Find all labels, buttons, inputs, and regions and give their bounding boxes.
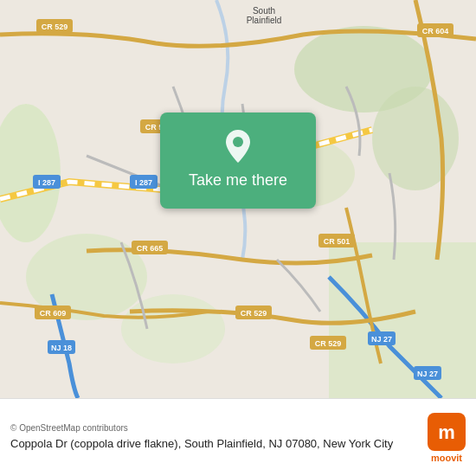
svg-text:CR 529: CR 529: [315, 339, 342, 348]
svg-point-2: [372, 87, 459, 190]
info-bar: © OpenStreetMap contributors Coppola Dr …: [0, 398, 476, 476]
svg-text:CR 609: CR 609: [40, 309, 67, 318]
svg-text:CR 665: CR 665: [137, 244, 164, 253]
svg-text:NJ 27: NJ 27: [371, 335, 392, 344]
svg-text:Plainfield: Plainfield: [247, 16, 282, 25]
svg-text:NJ 27: NJ 27: [417, 370, 438, 378]
svg-text:CR 501: CR 501: [324, 237, 351, 246]
svg-text:NJ 18: NJ 18: [51, 344, 72, 352]
svg-text:CR 529: CR 529: [241, 309, 267, 318]
svg-text:CR 604: CR 604: [422, 27, 449, 35]
moovit-icon: m: [428, 413, 466, 451]
take-me-there-button[interactable]: Take me there: [160, 113, 316, 209]
location-pin-icon: [222, 128, 254, 164]
address-text: Coppola Dr (coppola drive flakne), South…: [10, 436, 417, 452]
svg-text:CR 529: CR 529: [42, 23, 68, 31]
map-container: CR 529 South Plainfield CR 604 I 287 I 2…: [0, 0, 476, 398]
svg-point-7: [121, 294, 225, 363]
svg-text:I 287: I 287: [135, 178, 152, 187]
svg-text:I 287: I 287: [38, 178, 55, 187]
moovit-logo: m moovit: [428, 413, 466, 463]
svg-text:m: m: [438, 421, 455, 443]
svg-text:South: South: [253, 6, 275, 16]
take-me-there-label: Take me there: [189, 171, 287, 190]
moovit-text: moovit: [431, 453, 462, 463]
osm-credit: © OpenStreetMap contributors: [10, 423, 417, 433]
svg-point-36: [233, 137, 243, 147]
info-left: © OpenStreetMap contributors Coppola Dr …: [10, 423, 417, 452]
